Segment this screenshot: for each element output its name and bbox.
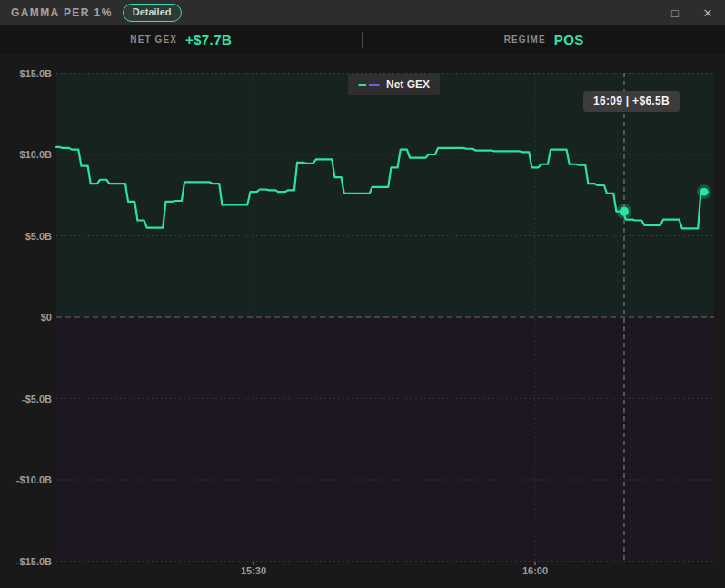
- regime-label: REGIME: [504, 35, 546, 45]
- x-axis-tick-label: 16:00: [522, 565, 548, 576]
- legend-label: Net GEX: [386, 78, 430, 91]
- y-axis-tick-label: -$10.0B: [16, 474, 52, 485]
- y-axis-tick-label: $5.0B: [25, 231, 52, 242]
- detailed-toggle-button[interactable]: Detailed: [123, 4, 182, 22]
- net-gex-label: NET GEX: [130, 35, 177, 45]
- legend-net-gex[interactable]: Net GEX: [348, 74, 440, 95]
- net-gex-line-swatch-icon: [358, 84, 380, 86]
- window-title: GAMMA PER 1%: [11, 6, 113, 19]
- negative-gamma-region: [56, 317, 714, 562]
- x-axis-tick-label: 15:30: [241, 565, 266, 576]
- gamma-window: GAMMA PER 1% Detailed □ ✕ NET GEX +$7.7B…: [0, 0, 725, 588]
- y-axis-tick-label: -$15.0B: [16, 556, 52, 567]
- y-axis-tick-label: $15.0B: [20, 68, 53, 79]
- net-gex-chart[interactable]: $15.0B$10.0B$5.0B$0-$5.0B-$10.0B-$15.0B1…: [0, 54, 725, 588]
- gex-chart-panel[interactable]: $15.0B$10.0B$5.0B$0-$5.0B-$10.0B-$15.0B1…: [0, 54, 725, 588]
- last-point-marker: [700, 188, 708, 196]
- y-axis-tick-label: $10.0B: [20, 149, 53, 160]
- regime-stat: REGIME POS: [363, 25, 725, 54]
- title-bar: GAMMA PER 1% Detailed □ ✕: [0, 0, 725, 25]
- regime-value: POS: [554, 32, 584, 47]
- window-controls: □ ✕: [669, 6, 714, 20]
- close-icon[interactable]: ✕: [701, 6, 714, 20]
- maximize-icon[interactable]: □: [669, 6, 681, 20]
- net-gex-stat: NET GEX +$7.7B: [0, 25, 362, 54]
- y-axis-tick-label: -$5.0B: [22, 394, 52, 404]
- stats-bar: NET GEX +$7.7B REGIME POS: [0, 25, 725, 54]
- chart-tooltip: 16:09 | +$6.5B: [583, 91, 680, 112]
- net-gex-value: +$7.7B: [185, 32, 232, 47]
- y-axis-tick-label: $0: [41, 312, 52, 323]
- highlight-point-marker: [620, 207, 629, 216]
